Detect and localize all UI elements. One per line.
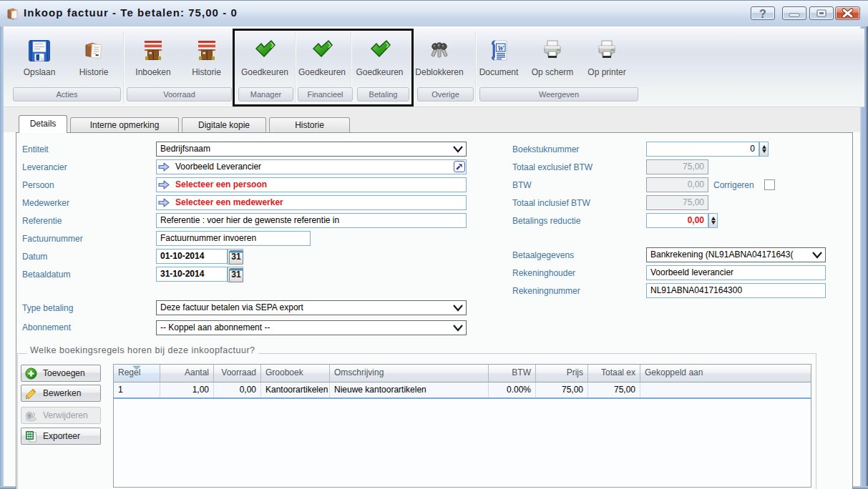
svg-text:?: ?	[759, 8, 766, 20]
svg-text:9: 9	[28, 413, 31, 419]
svg-text:W: W	[497, 44, 504, 52]
